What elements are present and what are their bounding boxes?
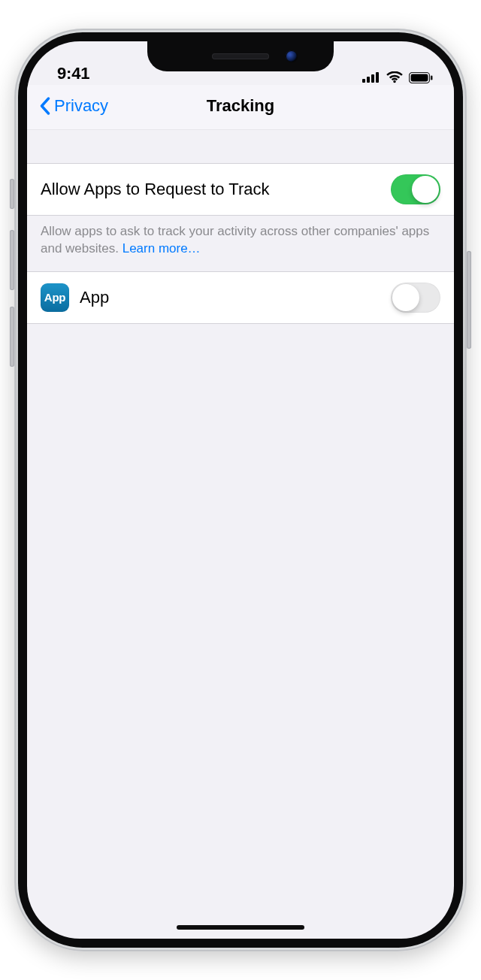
app-name-label: App: [80, 288, 391, 307]
cellular-icon: [362, 72, 380, 83]
iphone-device-frame: 9:41: [14, 29, 467, 951]
allow-apps-request-row: Allow Apps to Request to Track: [27, 163, 454, 216]
wifi-icon: [386, 71, 403, 83]
home-indicator[interactable]: [177, 925, 304, 930]
svg-rect-0: [362, 79, 365, 83]
svg-rect-1: [367, 77, 370, 83]
app-tracking-row: App App: [27, 271, 454, 324]
svg-rect-3: [376, 72, 379, 83]
mute-switch: [10, 179, 14, 209]
learn-more-link[interactable]: Learn more…: [123, 241, 201, 256]
app-tracking-toggle[interactable]: [391, 283, 440, 313]
earpiece-speaker: [212, 53, 269, 59]
nav-bar: Privacy Tracking: [27, 85, 454, 130]
allow-apps-request-toggle[interactable]: [391, 174, 440, 204]
iphone-screen: 9:41: [27, 41, 454, 939]
power-button: [467, 251, 471, 349]
allow-apps-request-label: Allow Apps to Request to Track: [41, 180, 391, 199]
section-footer: Allow apps to ask to track your activity…: [27, 216, 454, 271]
svg-rect-6: [431, 75, 433, 80]
chevron-left-icon: [39, 97, 51, 115]
notch: [147, 41, 334, 71]
page-title: Tracking: [207, 96, 274, 116]
svg-rect-5: [411, 74, 428, 81]
status-time: 9:41: [48, 64, 89, 83]
back-button[interactable]: Privacy: [35, 85, 113, 126]
footer-text: Allow apps to ask to track your activity…: [41, 224, 429, 256]
app-icon: App: [41, 283, 69, 312]
volume-up-button: [10, 230, 14, 290]
battery-icon: [409, 72, 433, 83]
settings-content: Allow Apps to Request to Track Allow app…: [27, 130, 454, 324]
volume-down-button: [10, 307, 14, 367]
front-camera: [286, 50, 298, 62]
svg-rect-2: [371, 74, 374, 83]
back-label: Privacy: [54, 96, 108, 116]
